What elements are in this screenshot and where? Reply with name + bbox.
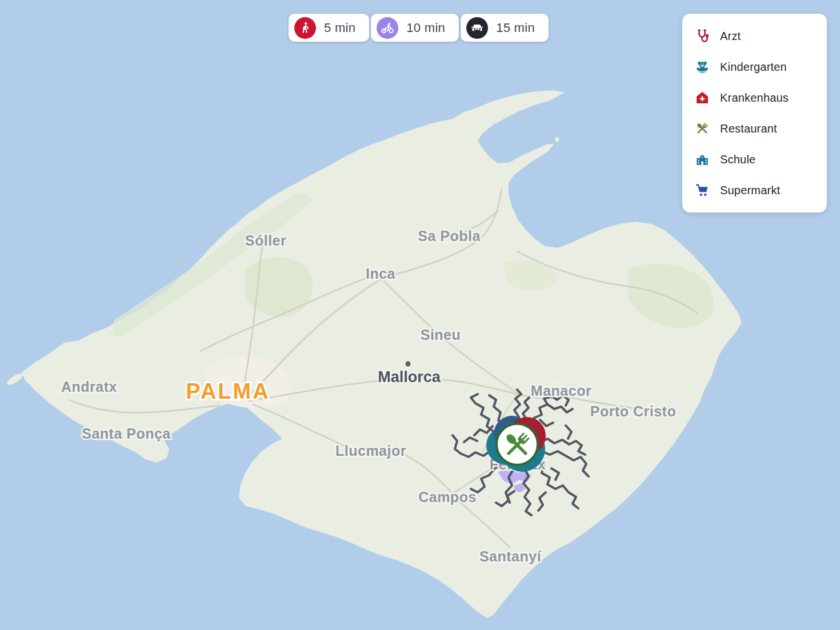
bike-time-label: 10 min xyxy=(406,21,445,35)
stethoscope-icon xyxy=(695,29,710,43)
car-icon xyxy=(466,17,488,39)
walk-icon xyxy=(294,17,316,39)
legend-item-krankenhaus[interactable]: Krankenhaus xyxy=(695,90,815,105)
walk-time-label: 5 min xyxy=(324,21,355,35)
label-sa-pobla: Sa Pobla xyxy=(418,228,481,244)
travel-time-toolbar: 5 min 10 min xyxy=(289,14,549,42)
mallorca-point xyxy=(406,362,411,367)
poi-legend: Arzt Kindergarten xyxy=(682,14,827,212)
cart-icon xyxy=(695,183,710,198)
label-palma: PALMA xyxy=(186,379,270,403)
legend-item-arzt[interactable]: Arzt xyxy=(695,29,815,43)
legend-item-kindergarten[interactable]: Kindergarten xyxy=(695,59,815,74)
label-manacor: Manacor xyxy=(531,383,591,399)
label-mallorca: Mallorca xyxy=(378,368,441,386)
bike-icon xyxy=(377,17,398,39)
legend-label-schule: Schule xyxy=(720,153,755,166)
legend-label-arzt: Arzt xyxy=(720,30,741,43)
label-andratx: Andratx xyxy=(61,379,117,395)
car-time-pill[interactable]: 15 min xyxy=(461,14,549,42)
legend-label-krankenhaus: Krankenhaus xyxy=(720,91,789,105)
legend-label-kindergarten: Kindergarten xyxy=(720,61,787,74)
bike-time-pill[interactable]: 10 min xyxy=(371,14,459,42)
map-app: Sóller Sa Pobla Inca Sineu Mallorca Andr… xyxy=(0,0,840,630)
label-campos: Campos xyxy=(418,489,477,505)
label-sineu: Sineu xyxy=(421,327,461,343)
school-icon xyxy=(695,152,710,167)
legend-item-schule[interactable]: Schule xyxy=(695,152,815,167)
label-porto-cristo: Porto Cristo xyxy=(590,403,676,419)
legend-label-supermarkt: Supermarkt xyxy=(720,184,780,197)
label-soller: Sóller xyxy=(245,232,286,248)
label-santa-ponca: Santa Ponça xyxy=(82,426,171,442)
legend-label-restaurant: Restaurant xyxy=(720,122,777,135)
restaurant-icon xyxy=(695,121,710,136)
walk-time-pill[interactable]: 5 min xyxy=(289,14,369,42)
hospital-icon xyxy=(695,90,710,105)
label-llucmajor: Llucmajor xyxy=(335,443,406,459)
legend-item-supermarkt[interactable]: Supermarkt xyxy=(695,183,815,198)
label-santanyi: Santanyí xyxy=(479,548,542,564)
teddy-bear-icon xyxy=(695,59,710,74)
label-inca: Inca xyxy=(366,266,396,282)
car-time-label: 15 min xyxy=(496,21,535,35)
legend-item-restaurant[interactable]: Restaurant xyxy=(695,121,815,136)
